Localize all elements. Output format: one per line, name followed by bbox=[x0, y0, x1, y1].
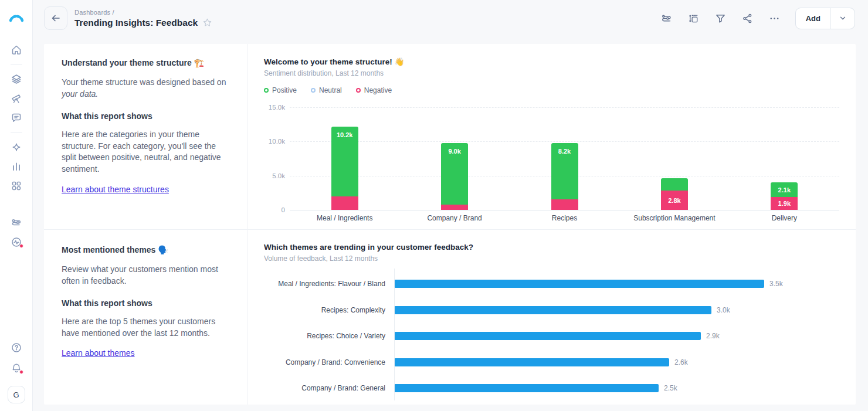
hbar-area: 2.9k bbox=[395, 332, 839, 340]
sidebar-divider bbox=[11, 132, 22, 133]
stacked-bar-5[interactable]: 2.1k1.9k bbox=[771, 182, 798, 210]
sidebar-item-feedback[interactable] bbox=[6, 108, 26, 127]
stacked-bar-chart: 15.0k10.0k5.0k0 10.2k9.0k8.2k2.8k2.1k1.9… bbox=[264, 107, 839, 210]
hbar-area: 3.5k bbox=[395, 280, 839, 288]
sidebar-item-health[interactable] bbox=[6, 232, 26, 252]
y-axis-tick: 5.0k bbox=[272, 172, 285, 179]
grid-icon bbox=[11, 180, 22, 192]
add-dropdown-button[interactable] bbox=[831, 8, 855, 29]
hbar-area: 2.6k bbox=[395, 358, 839, 366]
layers-icon bbox=[11, 73, 22, 85]
sidebar-item-data[interactable] bbox=[6, 69, 26, 89]
hbar-3[interactable] bbox=[395, 332, 701, 340]
segment-negative[interactable]: 1.9k bbox=[771, 197, 798, 210]
hbar-area: 3.0k bbox=[395, 306, 839, 314]
learn-theme-structures-link[interactable]: Learn about theme structures bbox=[62, 185, 169, 194]
bar-column: 2.1k1.9k bbox=[730, 107, 839, 210]
filter-icon[interactable] bbox=[715, 13, 726, 24]
sidebar-item-reports[interactable] bbox=[6, 157, 26, 176]
chart-title: Welcome to your theme structure! 👋 bbox=[264, 57, 839, 66]
compare-flows-icon[interactable] bbox=[661, 13, 672, 24]
hbar-4[interactable] bbox=[395, 358, 669, 366]
resize-layout-icon[interactable] bbox=[688, 13, 699, 24]
sidebar-item-insights[interactable] bbox=[6, 137, 26, 157]
legend-item-negative[interactable]: Negative bbox=[356, 86, 392, 94]
panel-heading: Understand your theme structure 🏗️ bbox=[62, 57, 230, 69]
learn-themes-link[interactable]: Learn about themes bbox=[62, 348, 135, 358]
segment-positive[interactable]: 2.1k bbox=[771, 182, 798, 197]
sidebar-item-notifications[interactable] bbox=[6, 358, 26, 378]
app-logo-icon[interactable] bbox=[8, 8, 25, 26]
segment-value-label: 2.1k bbox=[778, 186, 791, 193]
segment-negative[interactable] bbox=[441, 205, 468, 210]
stacked-bar-1[interactable]: 10.2k bbox=[331, 127, 358, 210]
share-icon[interactable] bbox=[742, 13, 753, 24]
legend-item-positive[interactable]: Positive bbox=[264, 86, 297, 94]
top-header: Dashboards / Trending Insights: Feedback bbox=[33, 0, 868, 36]
help-icon bbox=[11, 342, 22, 354]
telescope-icon bbox=[11, 93, 22, 104]
panel-paragraph: Review what your customers mention most … bbox=[62, 264, 230, 287]
segment-negative[interactable] bbox=[551, 199, 578, 210]
legend-label: Positive bbox=[272, 86, 297, 94]
hbar-value-label: 3.5k bbox=[769, 280, 783, 288]
legend-ring-icon bbox=[264, 88, 269, 93]
legend-label: Neutral bbox=[319, 86, 342, 94]
hbar-1[interactable] bbox=[395, 280, 764, 288]
theme-structure-info-panel: Understand your theme structure 🏗️ Your … bbox=[44, 44, 247, 230]
sidebar-item-discover[interactable] bbox=[6, 89, 26, 108]
bar-column: 2.8k bbox=[619, 107, 729, 210]
sidebar-item-dashboards[interactable] bbox=[6, 176, 26, 195]
arrow-left-icon bbox=[50, 12, 62, 24]
hbar-category-label: Company / Brand: General bbox=[264, 384, 385, 392]
hbar-row: Meal / Ingredients: Flavour / Bland3.5k bbox=[264, 271, 839, 297]
segment-negative[interactable]: 2.8k bbox=[661, 191, 688, 210]
sidebar-item-journeys[interactable] bbox=[6, 213, 26, 232]
stacked-bar-2[interactable]: 9.0k bbox=[441, 143, 468, 210]
segment-value-label: 9.0k bbox=[448, 148, 460, 155]
segment-positive[interactable]: 8.2k bbox=[551, 143, 578, 199]
panel-paragraph: Your theme structure was designed based … bbox=[62, 77, 230, 100]
breadcrumb[interactable]: Dashboards / bbox=[74, 9, 212, 16]
paragraph-text: Your theme structure was designed based … bbox=[62, 77, 226, 87]
chart-legend: PositiveNeutralNegative bbox=[264, 86, 839, 94]
hbar-5[interactable] bbox=[395, 384, 659, 392]
horizontal-bar-chart: Meal / Ingredients: Flavour / Bland3.5kR… bbox=[264, 271, 839, 402]
stacked-bar-3[interactable]: 8.2k bbox=[551, 143, 578, 210]
panel-heading: Most mentioned themes 🗣️ bbox=[62, 244, 230, 256]
home-icon bbox=[11, 44, 22, 56]
segment-negative[interactable] bbox=[331, 196, 358, 210]
segment-value-label: 8.2k bbox=[558, 148, 571, 155]
sparkle-icon bbox=[11, 141, 22, 153]
y-axis-line bbox=[394, 269, 395, 400]
trending-themes-chart-panel: Which themes are trending in your custom… bbox=[247, 230, 856, 405]
dashboard-card: Understand your theme structure 🏗️ Your … bbox=[44, 44, 856, 405]
favorite-star-icon[interactable] bbox=[202, 18, 212, 28]
segment-positive[interactable]: 9.0k bbox=[441, 143, 468, 205]
legend-item-neutral[interactable]: Neutral bbox=[311, 86, 342, 94]
add-button[interactable]: Add bbox=[796, 8, 831, 29]
sidebar-item-home[interactable] bbox=[6, 40, 26, 59]
more-options-icon[interactable] bbox=[769, 13, 780, 24]
hbar-value-label: 2.6k bbox=[674, 358, 688, 366]
segment-value-label: 1.9k bbox=[778, 200, 791, 207]
hbar-2[interactable] bbox=[395, 306, 711, 314]
bar-column: 9.0k bbox=[399, 107, 509, 210]
category-label: Company / Brand bbox=[399, 214, 509, 222]
page-title: Trending Insights: Feedback bbox=[74, 18, 198, 28]
y-axis-tick: 15.0k bbox=[269, 104, 285, 111]
panel-paragraph: Here are the top 5 themes your customers… bbox=[62, 316, 230, 339]
panel-subheading: What this report shows bbox=[62, 111, 230, 121]
back-button[interactable] bbox=[44, 6, 67, 30]
sidebar-item-help[interactable] bbox=[6, 338, 26, 357]
stacked-bar-4[interactable]: 2.8k bbox=[661, 178, 688, 210]
chart-subtitle: Volume of feedback, Last 12 months bbox=[264, 254, 839, 263]
hbar-value-label: 3.0k bbox=[717, 306, 730, 314]
segment-positive[interactable] bbox=[661, 178, 688, 191]
segment-positive[interactable]: 10.2k bbox=[331, 127, 358, 196]
category-label: Recipes bbox=[510, 214, 619, 222]
user-avatar[interactable]: G bbox=[8, 386, 25, 403]
themes-info-panel: Most mentioned themes 🗣️ Review what you… bbox=[44, 230, 247, 405]
segment-value-label: 10.2k bbox=[337, 131, 353, 138]
segment-value-label: 2.8k bbox=[668, 197, 680, 204]
